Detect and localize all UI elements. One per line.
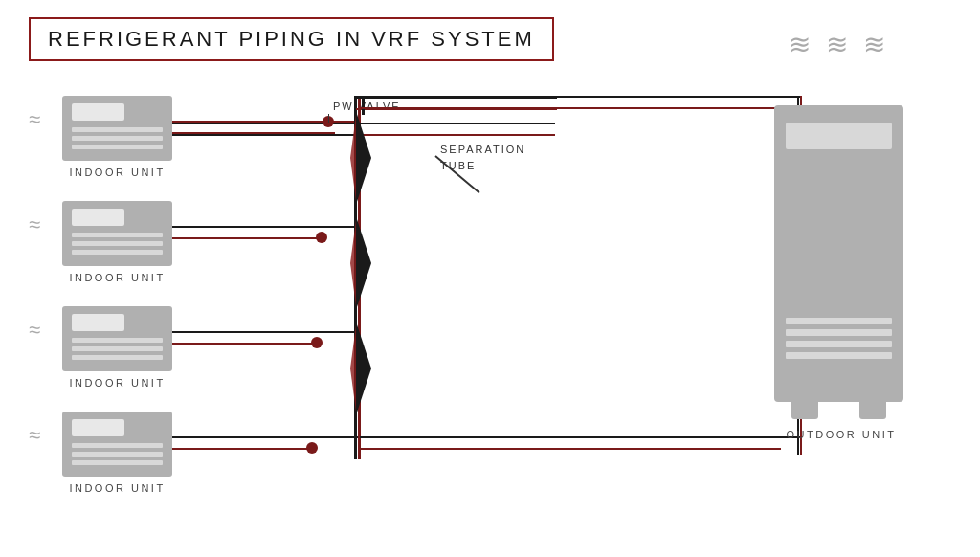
svg-marker-3 (350, 220, 356, 306)
pipe-h-red-2 (172, 237, 325, 239)
indoor-unit-2-screen (72, 209, 124, 226)
valve-dot-3 (311, 337, 323, 348)
heat-waves-icon: ≋ ≋ ≋ (789, 29, 889, 60)
pipe-h-red-4 (172, 448, 316, 450)
indoor-unit-1 (62, 96, 172, 161)
indoor-unit-4-lines (72, 443, 163, 469)
air-wave-1: ≈ (29, 107, 38, 132)
outdoor-unit-display (786, 123, 892, 149)
sep-tube-svg-3 (345, 316, 373, 431)
outdoor-unit (774, 105, 903, 402)
title-text: REFRIGERANT PIPING IN VRF SYSTEM (48, 27, 535, 51)
outdoor-foot-left (791, 402, 818, 419)
pipe-h-black-3 (172, 331, 354, 333)
pipe-h-black-1b (172, 134, 354, 136)
pipe-v-top (362, 96, 365, 115)
indoor-unit-4-screen (72, 419, 124, 436)
air-wave-4: ≈ (29, 423, 38, 448)
svg-marker-0 (354, 105, 371, 211)
air-wave-3: ≈ (29, 318, 38, 343)
outdoor-unit-label: OUTDOOR UNIT (774, 429, 908, 440)
pipe-h-long-bot-red (360, 448, 781, 450)
indoor-unit-1-lines (72, 127, 163, 153)
pipe-h-red-3 (172, 343, 321, 345)
indoor-unit-2-lines (72, 233, 163, 258)
outdoor-unit-feet (791, 402, 886, 419)
indoor-unit-4-label: INDOOR UNIT (62, 482, 172, 494)
valve-dot-4 (306, 442, 318, 454)
indoor-unit-2 (62, 201, 172, 266)
valve-dot-2 (316, 232, 327, 243)
outdoor-foot-right (859, 402, 886, 419)
sep-tube-svg-2 (345, 211, 373, 325)
diagram-container: REFRIGERANT PIPING IN VRF SYSTEM ≋ ≋ ≋ ≈… (0, 0, 980, 557)
pipe-h-long-top-red (360, 107, 800, 109)
pipe-connect-black-1 (354, 123, 555, 124)
pw-valve-arrow (328, 114, 329, 123)
sep-tube-svg-1 (345, 105, 373, 220)
air-wave-2: ≈ (29, 212, 38, 237)
diagram-title: REFRIGERANT PIPING IN VRF SYSTEM (29, 17, 554, 61)
svg-marker-1 (350, 115, 356, 201)
indoor-unit-3-screen (72, 314, 124, 331)
pipe-h-long-bot (360, 436, 800, 438)
outdoor-unit-grille (786, 318, 892, 364)
indoor-unit-3-lines (72, 338, 163, 364)
pipe-h-long-top (360, 96, 800, 98)
svg-marker-2 (354, 211, 371, 316)
indoor-unit-1-screen (72, 103, 124, 121)
separation-tube-label: SEPARATION TUBE (440, 142, 525, 173)
indoor-unit-4 (62, 412, 172, 477)
svg-marker-5 (350, 325, 356, 412)
indoor-unit-3 (62, 306, 172, 371)
pipe-connect-red-1 (354, 134, 555, 136)
svg-marker-4 (354, 316, 371, 421)
indoor-unit-3-label: INDOOR UNIT (62, 377, 172, 389)
indoor-unit-1-label: INDOOR UNIT (62, 167, 172, 178)
indoor-unit-2-label: INDOOR UNIT (62, 272, 172, 283)
pipe-h-black-2 (172, 226, 354, 228)
